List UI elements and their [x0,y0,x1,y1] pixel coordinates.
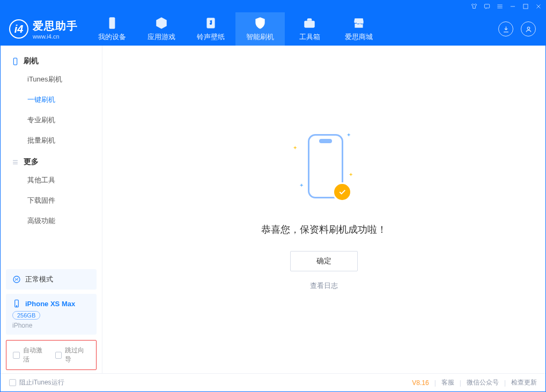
brand-domain: www.i4.cn [33,33,78,40]
close-icon[interactable] [535,3,542,10]
device-capacity: 256GB [12,311,40,320]
checkbox-box-icon [13,352,20,359]
svg-rect-2 [109,17,115,29]
view-log-link[interactable]: 查看日志 [310,281,338,291]
svg-point-8 [15,278,16,279]
sidebar-item-advanced[interactable]: 高级功能 [1,211,102,231]
device-mode-panel[interactable]: 正常模式 [6,269,97,290]
separator: | [434,379,436,387]
sidebar-item-other-tools[interactable]: 其他工具 [1,170,102,190]
sidebar-item-one-click-flash[interactable]: 一键刷机 [1,90,102,110]
success-illustration: ✦ ✦ ✦ ✦ [292,129,356,209]
tab-store[interactable]: 爱思商城 [334,12,383,46]
device-name: iPhone XS Max [25,300,75,308]
shield-refresh-icon [253,16,267,30]
sidebar-item-itunes-flash[interactable]: iTunes刷机 [1,69,102,90]
link-wechat[interactable]: 微信公众号 [467,378,499,387]
section-title: 刷机 [24,56,39,66]
brand-name: 爱思助手 [33,19,78,33]
cube-icon [154,16,168,30]
toolbox-icon [302,16,316,30]
svg-point-9 [17,280,18,281]
section-title: 更多 [24,157,39,167]
status-bar: 阻止iTunes运行 V8.16 | 客服 | 微信公众号 | 检查更新 [1,373,545,391]
feedback-icon[interactable] [483,3,491,10]
tab-label: 我的设备 [98,32,126,42]
checkbox-stop-itunes[interactable]: 阻止iTunes运行 [9,378,64,387]
tab-label: 智能刷机 [246,32,274,42]
app-header: i4 爱思助手 www.i4.cn 我的设备 应用游戏 铃声壁纸 智能刷机 [1,12,545,46]
checkbox-box-icon [9,379,16,386]
window-titlebar [1,1,545,12]
checkbox-auto-activate[interactable]: 自动激活 [13,346,48,364]
maximize-icon[interactable] [522,3,529,10]
tshirt-icon[interactable] [470,3,478,10]
checkbox-skip-guide[interactable]: 跳过向导 [55,346,90,364]
main-content: ✦ ✦ ✦ ✦ 恭喜您，保资料刷机成功啦！ 确定 查看日志 [102,46,545,373]
music-note-icon [204,16,218,30]
device-icon [12,299,21,308]
store-icon [352,16,366,30]
brand[interactable]: i4 爱思助手 www.i4.cn [1,12,87,46]
list-icon [11,158,19,166]
tab-toolbox[interactable]: 工具箱 [285,12,334,46]
sparkle-icon: ✦ [293,145,297,151]
svg-rect-4 [304,21,315,28]
sidebar-section-more: 更多 [1,151,102,170]
tab-smart-flash[interactable]: 智能刷机 [235,12,285,46]
minimize-icon[interactable] [509,3,517,10]
success-message: 恭喜您，保资料刷机成功啦！ [261,223,387,236]
separator: | [460,379,461,387]
brand-logo-icon: i4 [9,19,28,39]
main-tabs: 我的设备 应用游戏 铃声壁纸 智能刷机 工具箱 爱思商城 [87,12,383,46]
device-info-panel[interactable]: iPhone XS Max 256GB iPhone [6,294,97,335]
tab-label: 爱思商城 [345,32,373,42]
mode-normal-icon [12,275,21,284]
phone-outline-icon [11,57,19,65]
tab-label: 应用游戏 [147,32,175,42]
checkbox-box-icon [55,352,62,359]
tab-label: 铃声壁纸 [197,32,225,42]
account-button[interactable] [521,21,536,36]
ok-button[interactable]: 确定 [290,251,358,271]
sidebar-section-flash: 刷机 [1,50,102,69]
sparkle-icon: ✦ [346,132,351,138]
link-check-update[interactable]: 检查更新 [511,378,537,387]
download-manager-button[interactable] [498,21,513,36]
check-badge-icon [333,182,352,202]
flash-options-highlight: 自动激活 跳过向导 [6,340,97,370]
checkbox-label: 跳过向导 [65,346,90,364]
sidebar: 刷机 iTunes刷机 一键刷机 专业刷机 批量刷机 更多 其他工具 下载固件 … [1,46,102,373]
sidebar-item-batch-flash[interactable]: 批量刷机 [1,130,102,151]
checkbox-label: 自动激活 [23,346,48,364]
tab-apps-games[interactable]: 应用游戏 [137,12,186,46]
device-type: iPhone [12,322,90,329]
sidebar-item-download-firmware[interactable]: 下载固件 [1,190,102,211]
sidebar-item-pro-flash[interactable]: 专业刷机 [1,110,102,130]
mode-label: 正常模式 [25,275,53,284]
checkbox-label: 阻止iTunes运行 [19,378,64,387]
sparkle-icon: ✦ [349,172,353,177]
menu-icon[interactable] [496,3,504,10]
svg-rect-1 [523,4,528,9]
sparkle-icon: ✦ [299,182,304,188]
separator: | [504,379,506,387]
svg-point-11 [16,306,17,306]
link-support[interactable]: 客服 [441,378,454,387]
tab-ringtones-wallpapers[interactable]: 铃声壁纸 [186,12,235,46]
version-label: V8.16 [412,379,429,387]
tab-my-device[interactable]: 我的设备 [87,12,137,46]
tab-label: 工具箱 [299,32,320,42]
svg-point-5 [527,27,529,29]
svg-rect-0 [484,4,489,8]
phone-icon [105,16,119,30]
svg-rect-6 [13,58,17,65]
